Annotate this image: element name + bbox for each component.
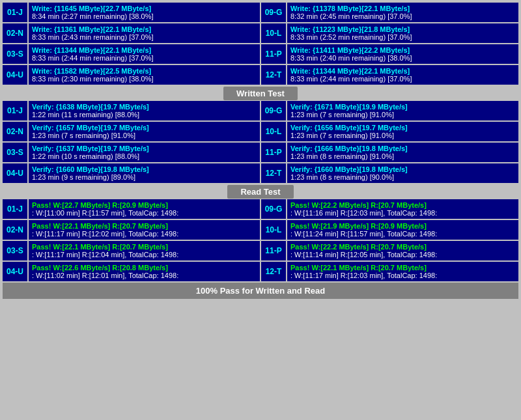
row-right-label: 12-T — [261, 65, 286, 85]
data-row: 02-NVerify: {1657 MByte}[19.7 MByte/s]1:… — [3, 122, 518, 141]
row-right-data: Verify: {1660 MByte}[19.8 MByte/s]1:23 m… — [287, 163, 518, 183]
row-right-data: Write: {11378 MByte}[22.1 MByte/s]8:32 m… — [287, 3, 518, 22]
row-left-label: 02-N — [3, 23, 27, 43]
row-left-data: Write: {11361 MByte}[22.1 MByte/s]8:33 m… — [29, 23, 260, 43]
row-left-data: Pass! W:[22.6 MByte/s] R:[20.8 MByte/s]:… — [29, 262, 260, 281]
row-right-data: Pass! W:[22.2 MByte/s] R:[20.7 MByte/s]:… — [287, 241, 518, 260]
read-test-divider: Read Test — [3, 184, 518, 199]
row-right-label: 09-G — [261, 199, 286, 219]
row-left-label: 04-U — [3, 65, 27, 85]
written-test-divider: Written Test — [3, 86, 518, 101]
row-left-data: Verify: {1638 MByte}[19.7 MByte/s]1:22 m… — [29, 101, 260, 120]
row-left-data: Verify: {1637 MByte}[19.7 MByte/s]1:22 m… — [29, 143, 260, 162]
row-left-label: 03-S — [3, 143, 27, 162]
row-right-data: Pass! W:[22.1 MByte/s] R:[20.7 MByte/s]:… — [287, 262, 518, 281]
row-left-data: Pass! W:[22.7 MByte/s] R:[20.9 MByte/s]:… — [29, 199, 260, 219]
row-left-label: 02-N — [3, 220, 27, 240]
data-row: 01-JVerify: {1638 MByte}[19.7 MByte/s]1:… — [3, 101, 518, 120]
row-right-label: 10-L — [261, 23, 286, 43]
row-left-label: 04-U — [3, 163, 27, 183]
row-right-label: 10-L — [261, 122, 286, 141]
row-left-label: 03-S — [3, 241, 27, 260]
row-left-data: Pass! W:[22.1 MByte/s] R:[20.7 MByte/s]:… — [29, 220, 260, 240]
data-row: 03-SWrite: {11344 MByte}[22.1 MByte/s]8:… — [3, 44, 518, 64]
row-right-data: Pass! W:[22.2 MByte/s] R:[20.7 MByte/s]:… — [287, 199, 518, 219]
main-container: 01-JWrite: {11645 MByte}[22.7 MByte/s]8:… — [0, 0, 521, 301]
row-right-label: 09-G — [261, 101, 286, 120]
row-right-label: 10-L — [261, 220, 286, 240]
row-right-data: Verify: {1656 MByte}[19.7 MByte/s]1:23 m… — [287, 122, 518, 141]
row-right-label: 12-T — [261, 262, 286, 281]
row-right-data: Write: {11411 MByte}[22.2 MByte/s]8:33 m… — [287, 44, 518, 64]
data-row: 04-UWrite: {11582 MByte}[22.5 MByte/s]8:… — [3, 65, 518, 85]
row-right-label: 11-P — [261, 241, 286, 260]
row-right-data: Write: {11344 MByte}[22.1 MByte/s]8:33 m… — [287, 65, 518, 85]
row-left-label: 02-N — [3, 122, 27, 141]
footer-bar: 100% Pass for Written and Read — [3, 283, 518, 299]
row-left-data: Write: {11582 MByte}[22.5 MByte/s]8:33 m… — [29, 65, 260, 85]
row-left-data: Write: {11645 MByte}[22.7 MByte/s]8:34 m… — [29, 3, 260, 22]
row-left-label: 01-J — [3, 101, 27, 120]
row-right-data: Pass! W:[21.9 MByte/s] R:[20.9 MByte/s]:… — [287, 220, 518, 240]
data-row: 04-UPass! W:[22.6 MByte/s] R:[20.8 MByte… — [3, 262, 518, 281]
data-row: 02-NWrite: {11361 MByte}[22.1 MByte/s]8:… — [3, 23, 518, 43]
row-left-label: 01-J — [3, 3, 27, 22]
data-row: 03-SPass! W:[22.1 MByte/s] R:[20.7 MByte… — [3, 241, 518, 260]
write-test-section: 01-JWrite: {11645 MByte}[22.7 MByte/s]8:… — [3, 3, 518, 85]
data-row: 01-JWrite: {11645 MByte}[22.7 MByte/s]8:… — [3, 3, 518, 22]
verify-test-section: 01-JVerify: {1638 MByte}[19.7 MByte/s]1:… — [3, 101, 518, 183]
row-left-data: Pass! W:[22.1 MByte/s] R:[20.7 MByte/s]:… — [29, 241, 260, 260]
data-row: 02-NPass! W:[22.1 MByte/s] R:[20.7 MByte… — [3, 220, 518, 240]
row-left-data: Verify: {1660 MByte}[19.8 MByte/s]1:23 m… — [29, 163, 260, 183]
row-left-label: 01-J — [3, 199, 27, 219]
data-row: 01-JPass! W:[22.7 MByte/s] R:[20.9 MByte… — [3, 199, 518, 219]
row-right-data: Verify: {1671 MByte}[19.9 MByte/s]1:23 m… — [287, 101, 518, 120]
data-row: 03-SVerify: {1637 MByte}[19.7 MByte/s]1:… — [3, 143, 518, 162]
row-left-label: 03-S — [3, 44, 27, 64]
row-left-label: 04-U — [3, 262, 27, 281]
row-left-data: Verify: {1657 MByte}[19.7 MByte/s]1:23 m… — [29, 122, 260, 141]
row-right-label: 11-P — [261, 44, 286, 64]
row-right-data: Write: {11223 MByte}[21.8 MByte/s]8:33 m… — [287, 23, 518, 43]
row-right-data: Verify: {1666 MByte}[19.8 MByte/s]1:23 m… — [287, 143, 518, 162]
data-row: 04-UVerify: {1660 MByte}[19.8 MByte/s]1:… — [3, 163, 518, 183]
row-right-label: 12-T — [261, 163, 286, 183]
row-left-data: Write: {11344 MByte}[22.1 MByte/s]8:33 m… — [29, 44, 260, 64]
read-test-section: 01-JPass! W:[22.7 MByte/s] R:[20.9 MByte… — [3, 199, 518, 281]
row-right-label: 11-P — [261, 143, 286, 162]
row-right-label: 09-G — [261, 3, 286, 22]
